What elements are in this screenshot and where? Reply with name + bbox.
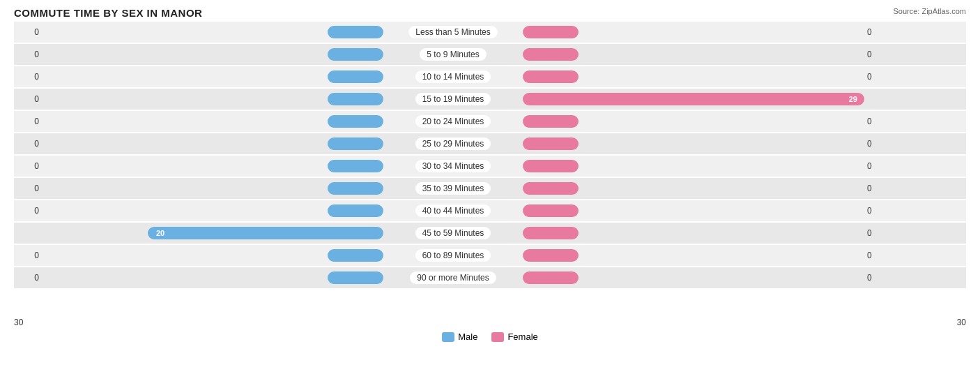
right-value: 0 bbox=[864, 27, 892, 37]
right-bar-area: 29 bbox=[523, 93, 864, 105]
label-pill: 45 to 59 Minutes bbox=[415, 227, 491, 239]
right-bar-area bbox=[523, 271, 864, 284]
legend-female-color bbox=[491, 332, 504, 342]
left-value: 0 bbox=[14, 117, 42, 126]
label-pill: 60 to 89 Minutes bbox=[415, 249, 491, 262]
bar-row: 040 to 44 Minutes0 bbox=[14, 200, 966, 221]
bar-row: 0Less than 5 Minutes0 bbox=[14, 22, 966, 43]
left-bar-area bbox=[42, 48, 383, 61]
male-bar bbox=[328, 249, 383, 262]
legend-female-label: Female bbox=[507, 332, 537, 342]
bar-row: 010 to 14 Minutes0 bbox=[14, 66, 966, 87]
left-bar-area bbox=[42, 70, 383, 83]
bar-row: 090 or more Minutes0 bbox=[14, 267, 966, 288]
chart-source: Source: ZipAtlas.com bbox=[893, 7, 966, 15]
right-value: 0 bbox=[864, 273, 892, 283]
right-value: 0 bbox=[864, 50, 892, 59]
male-bar bbox=[328, 137, 383, 150]
row-label: 10 to 14 Minutes bbox=[383, 70, 523, 83]
right-value: 0 bbox=[864, 206, 892, 216]
female-bar bbox=[523, 137, 579, 150]
right-bar-area bbox=[523, 227, 864, 239]
bar-row: 025 to 29 Minutes0 bbox=[14, 133, 966, 154]
right-bar-area bbox=[523, 115, 864, 128]
label-pill: 15 to 19 Minutes bbox=[415, 93, 491, 105]
left-bar-area bbox=[42, 137, 383, 150]
chart-area: 0Less than 5 Minutes005 to 9 Minutes0010… bbox=[14, 22, 966, 315]
female-bar: 29 bbox=[523, 93, 864, 105]
male-bar bbox=[328, 271, 383, 284]
right-bar-area bbox=[523, 70, 864, 83]
row-label: 45 to 59 Minutes bbox=[383, 227, 523, 239]
left-bar-area bbox=[42, 93, 383, 105]
row-label: 40 to 44 Minutes bbox=[383, 204, 523, 217]
right-bar-area bbox=[523, 204, 864, 217]
female-bar bbox=[523, 48, 579, 61]
right-value: 0 bbox=[864, 117, 892, 126]
female-bar bbox=[523, 70, 579, 83]
left-value: 0 bbox=[14, 161, 42, 171]
right-value: 0 bbox=[864, 72, 892, 82]
left-value: 0 bbox=[14, 273, 42, 283]
male-bar bbox=[328, 70, 383, 83]
left-value: 0 bbox=[14, 184, 42, 193]
right-value: 0 bbox=[864, 139, 892, 149]
legend-male: Male bbox=[442, 332, 477, 342]
label-pill: 5 to 9 Minutes bbox=[420, 48, 486, 61]
male-bar-badge: 20 bbox=[152, 228, 169, 238]
female-bar bbox=[523, 182, 579, 195]
female-bar bbox=[523, 204, 579, 217]
left-value: 0 bbox=[14, 50, 42, 59]
female-bar bbox=[523, 249, 579, 262]
row-label: 5 to 9 Minutes bbox=[383, 48, 523, 61]
left-bar-area bbox=[42, 160, 383, 172]
row-label: 90 or more Minutes bbox=[383, 271, 523, 284]
label-pill: 10 to 14 Minutes bbox=[415, 70, 491, 83]
bar-row: 035 to 39 Minutes0 bbox=[14, 178, 966, 199]
row-label: 35 to 39 Minutes bbox=[383, 182, 523, 195]
male-bar bbox=[328, 160, 383, 172]
left-bar-area: 20 bbox=[42, 227, 383, 239]
left-bar-area bbox=[42, 182, 383, 195]
row-label: 20 to 24 Minutes bbox=[383, 115, 523, 128]
right-bar-area bbox=[523, 249, 864, 262]
male-bar: 20 bbox=[148, 227, 383, 239]
label-pill: 35 to 39 Minutes bbox=[415, 182, 491, 195]
female-bar bbox=[523, 26, 579, 38]
left-bar-area bbox=[42, 271, 383, 284]
right-value: 0 bbox=[864, 251, 892, 260]
left-value: 0 bbox=[14, 94, 42, 104]
left-bar-area bbox=[42, 204, 383, 217]
left-bar-area bbox=[42, 26, 383, 38]
label-pill: 25 to 29 Minutes bbox=[415, 137, 491, 150]
bar-row: 05 to 9 Minutes0 bbox=[14, 44, 966, 65]
right-bar-area bbox=[523, 182, 864, 195]
label-pill: 40 to 44 Minutes bbox=[415, 204, 491, 217]
row-label: 60 to 89 Minutes bbox=[383, 249, 523, 262]
left-value: 0 bbox=[14, 72, 42, 82]
legend: Male Female bbox=[14, 332, 966, 342]
left-bar-area bbox=[42, 249, 383, 262]
row-label: 25 to 29 Minutes bbox=[383, 137, 523, 150]
male-bar bbox=[328, 115, 383, 128]
female-bar bbox=[523, 160, 579, 172]
axis-row: 30 30 bbox=[14, 318, 966, 327]
legend-male-color bbox=[442, 332, 454, 342]
left-value: 0 bbox=[14, 27, 42, 37]
label-pill: 90 or more Minutes bbox=[410, 271, 496, 284]
left-value: 0 bbox=[14, 139, 42, 149]
male-bar bbox=[328, 26, 383, 38]
male-bar bbox=[328, 182, 383, 195]
bar-row: 030 to 34 Minutes0 bbox=[14, 156, 966, 177]
label-pill: 30 to 34 Minutes bbox=[415, 160, 491, 172]
female-bar bbox=[523, 227, 579, 239]
axis-right: 30 bbox=[957, 318, 966, 327]
label-pill: 20 to 24 Minutes bbox=[415, 115, 491, 128]
row-label: Less than 5 Minutes bbox=[383, 26, 523, 38]
row-label: 30 to 34 Minutes bbox=[383, 160, 523, 172]
male-bar bbox=[328, 204, 383, 217]
male-bar bbox=[328, 48, 383, 61]
bar-row: 015 to 19 Minutes29 bbox=[14, 89, 966, 110]
left-value: 0 bbox=[14, 251, 42, 260]
right-value: 0 bbox=[864, 184, 892, 193]
